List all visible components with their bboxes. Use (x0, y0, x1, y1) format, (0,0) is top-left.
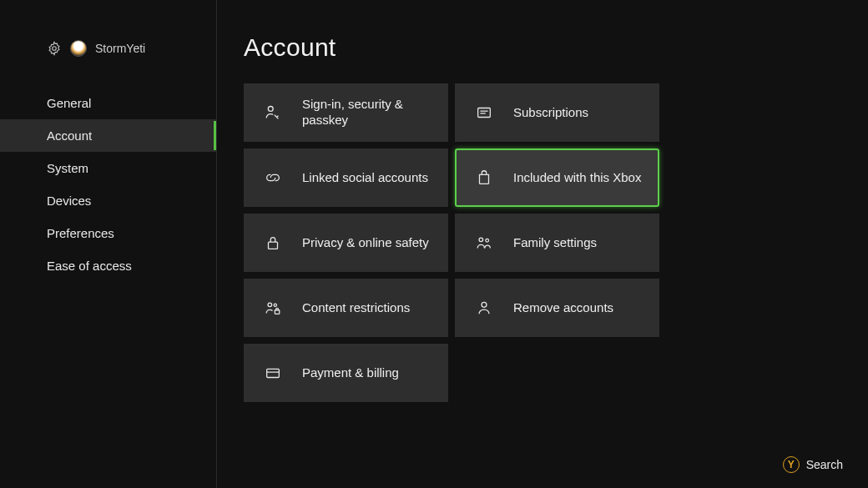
avatar (70, 40, 87, 57)
page-title: Account (244, 33, 868, 62)
tile-payment-billing[interactable]: Payment & billing (244, 344, 448, 402)
svg-point-11 (482, 302, 487, 307)
card-icon (264, 364, 282, 382)
tile-label: Privacy & online safety (302, 235, 429, 251)
tile-included-with-this-xbox[interactable]: Included with this Xbox (455, 148, 659, 207)
sidebar-item-general[interactable]: General (0, 87, 216, 119)
tile-content-restrictions[interactable]: Content restrictions (244, 279, 448, 337)
sidebar-item-label: Ease of access (47, 259, 132, 273)
profile-username: StormYeti (95, 42, 145, 55)
svg-rect-12 (267, 369, 280, 377)
y-button-icon: Y (783, 456, 800, 473)
svg-rect-2 (478, 108, 491, 118)
sidebar-item-label: Account (47, 128, 92, 143)
svg-point-0 (53, 47, 57, 51)
footer-hint-label: Search (806, 458, 843, 471)
tile-label: Remove accounts (513, 300, 613, 316)
sidebar-item-label: Devices (47, 194, 91, 208)
svg-point-8 (268, 303, 272, 307)
sidebar-item-system[interactable]: System (0, 152, 216, 184)
link-icon (264, 169, 282, 187)
tile-grid: Sign-in, security & passkey Subscription… (244, 83, 868, 402)
tile-label: Payment & billing (302, 365, 399, 381)
subscriptions-icon (475, 103, 493, 122)
tile-label: Linked social accounts (302, 170, 428, 186)
family-lock-icon (264, 299, 282, 317)
sidebar-item-preferences[interactable]: Preferences (0, 217, 216, 249)
footer-hint: Y Search (783, 456, 843, 473)
svg-rect-10 (275, 310, 280, 314)
svg-point-6 (479, 238, 483, 242)
person-icon (475, 299, 493, 317)
sidebar-item-ease-of-access[interactable]: Ease of access (0, 249, 216, 282)
tile-label: Content restrictions (302, 300, 410, 316)
tile-remove-accounts[interactable]: Remove accounts (455, 279, 659, 337)
person-key-icon (264, 103, 282, 122)
tile-family-settings[interactable]: Family settings (455, 214, 659, 272)
profile-row: StormYeti (0, 40, 216, 82)
tile-label: Family settings (513, 235, 597, 251)
tile-label: Included with this Xbox (513, 170, 641, 186)
svg-rect-5 (269, 242, 278, 249)
lock-icon (264, 234, 282, 252)
family-icon (475, 234, 493, 252)
nav-list: General Account System Devices Preferenc… (0, 82, 216, 282)
sidebar-item-label: Preferences (47, 226, 114, 240)
tile-label: Sign-in, security & passkey (302, 97, 436, 128)
sidebar-item-devices[interactable]: Devices (0, 184, 216, 217)
main-content: Account Sign-in, security & passkey Subs… (244, 33, 868, 402)
tile-privacy-online-safety[interactable]: Privacy & online safety (244, 214, 448, 272)
svg-point-1 (268, 106, 273, 111)
bag-icon (475, 169, 493, 187)
gear-icon (47, 41, 62, 56)
svg-point-7 (486, 239, 489, 242)
svg-point-9 (274, 304, 276, 306)
tile-sign-in-security-passkey[interactable]: Sign-in, security & passkey (244, 83, 448, 142)
sidebar-item-label: System (47, 161, 88, 175)
tile-label: Subscriptions (513, 105, 588, 121)
sidebar-item-label: General (47, 96, 91, 110)
sidebar: StormYeti General Account System Devices… (0, 0, 217, 488)
tile-subscriptions[interactable]: Subscriptions (455, 83, 659, 142)
tile-linked-social-accounts[interactable]: Linked social accounts (244, 148, 448, 207)
sidebar-item-account[interactable]: Account (0, 119, 216, 152)
